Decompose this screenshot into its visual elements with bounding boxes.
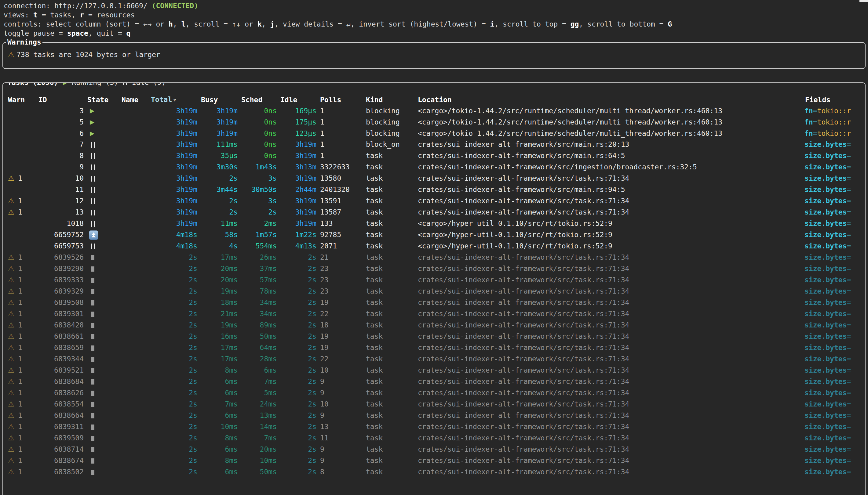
field-feq: = (847, 344, 851, 352)
cell-sched: 5ms (241, 387, 280, 398)
cell-kind: block_on (365, 139, 417, 150)
task-row[interactable]: ⚠1 6838661 2s 16ms 50ms 2s 19 task crate… (7, 331, 864, 342)
task-row[interactable]: 6659752 4m18s 58s 1m57s 1m22s 92785 task… (7, 229, 864, 240)
task-row[interactable]: ⚠1 6839526 2s 17ms 26ms 2s 21 task crate… (7, 252, 864, 263)
task-row[interactable]: 11 3h19m 3m44s 30m50s 2h44m 2401320 task… (7, 184, 864, 195)
duration-value: 2s (308, 366, 316, 374)
cell-state (87, 150, 121, 161)
duration-value: 2s (189, 332, 197, 340)
task-row[interactable]: 7 3h19m 111ms 0ns 3h19m 1 block_on crate… (7, 139, 864, 150)
task-row[interactable]: ⚠1 6839509 2s 8ms 7ms 2s 11 task crates/… (7, 432, 864, 444)
task-row[interactable]: 6 ▶ 3h19m 3h19m 0ns 123µs 1 blocking <ca… (7, 127, 864, 139)
duration-value: 17ms (221, 344, 238, 352)
task-row[interactable]: ⚠1 6838714 2s 6ms 20ms 2s 9 task crates/… (7, 444, 864, 455)
cell-kind: task (365, 161, 417, 173)
cell-state (87, 421, 121, 432)
column-header-sched[interactable]: Sched (241, 94, 280, 105)
column-header-total[interactable]: Total▿ (150, 94, 200, 105)
column-header-location[interactable]: Location (417, 94, 804, 105)
cell-fields: size.bytes= (804, 444, 864, 455)
duration-value: 4m18s (176, 242, 197, 250)
column-header-name[interactable]: Name (121, 94, 150, 105)
column-header-idle[interactable]: Idle (280, 94, 319, 105)
cell-location: crates/sui-indexer-alt-framework/src/tas… (417, 286, 804, 297)
cell-state (87, 297, 121, 308)
duration-value: 2s (189, 355, 197, 363)
cell-fields: fn=tokio::r (804, 105, 864, 117)
column-header-fields[interactable]: Fields (804, 94, 864, 105)
key-binding: q (127, 29, 131, 37)
task-row[interactable]: ⚠1 6838428 2s 19ms 89ms 2s 18 task crate… (7, 320, 864, 331)
task-row[interactable]: ⚠1 6839508 2s 18ms 34ms 2s 19 task crate… (7, 297, 864, 308)
task-row[interactable]: 5 ▶ 3h19m 3h19m 0ns 175µs 1 blocking <ca… (7, 116, 864, 127)
cell-fields: size.bytes= (804, 387, 864, 398)
task-row[interactable]: ⚠1 12 3h19m 2s 3s 3h19m 13591 task crate… (7, 195, 864, 207)
warning-triangle-icon: ⚠ (8, 332, 14, 340)
warning-triangle-icon: ⚠ (8, 434, 14, 442)
cell-task-id: 6838428 (38, 320, 87, 331)
task-row[interactable]: ⚠1 10 3h19m 2s 3s 3h19m 13580 task crate… (7, 173, 864, 184)
duration-value: 28ms (260, 355, 277, 363)
cell-task-id: 6659753 (38, 240, 87, 252)
cell-kind: task (365, 320, 417, 331)
column-header-kind[interactable]: Kind (365, 94, 417, 105)
task-row[interactable]: 8 3h19m 35µs 0ns 3h19m 1 task crates/sui… (7, 150, 864, 161)
column-header-busy[interactable]: Busy (200, 94, 241, 105)
help-text: = resources (84, 11, 135, 19)
fast-forward-up-icon (89, 231, 98, 240)
task-row[interactable]: ⚠1 6838502 2s 6ms 50ms 2s 8 task crates/… (7, 466, 864, 478)
cell-idle: 1m22s (280, 229, 319, 240)
duration-value: 2s (308, 321, 316, 329)
completed-icon (91, 357, 94, 362)
task-row[interactable]: ⚠1 6838674 2s 8ms 10ms 2s 9 task crates/… (7, 455, 864, 466)
cell-kind: task (365, 342, 417, 353)
warning-triangle-icon: ⚠ (8, 174, 14, 182)
duration-value: 3h19m (176, 186, 197, 193)
cell-kind: task (365, 240, 417, 252)
task-row[interactable]: ⚠1 6838684 2s 6ms 7ms 2s 9 task crates/s… (7, 376, 864, 387)
task-row[interactable]: ⚠1 6838554 2s 7ms 24ms 2s 10 task crates… (7, 398, 864, 410)
duration-value: 3h19m (217, 107, 238, 115)
task-row[interactable]: ⚠1 6838626 2s 6ms 5ms 2s 9 task crates/s… (7, 387, 864, 398)
column-header-polls[interactable]: Polls (319, 94, 365, 105)
task-row[interactable]: 9 3h19m 3m30s 1m43s 3h13m 3322633 task c… (7, 161, 864, 173)
column-header-id[interactable]: ID (38, 94, 87, 105)
cell-warn: ⚠1 (7, 342, 38, 353)
task-row[interactable]: 6659753 4m18s 4s 554ms 4m13s 2071 task <… (7, 240, 864, 252)
cell-busy: 8ms (200, 455, 241, 466)
warning-count: 1 (18, 423, 22, 431)
task-row[interactable]: ⚠1 6839333 2s 20ms 57ms 2s 23 task crate… (7, 274, 864, 286)
cell-state (87, 455, 121, 466)
cell-task-id: 8 (38, 150, 87, 161)
paused-icon (91, 210, 95, 216)
cell-task-id: 11 (38, 184, 87, 195)
task-row[interactable]: ⚠1 6839521 2s 8ms 6ms 2s 10 task crates/… (7, 365, 864, 376)
task-row[interactable]: ⚠1 6839329 2s 19ms 78ms 2s 23 task crate… (7, 286, 864, 297)
column-header-warn[interactable]: Warn (7, 94, 38, 105)
cell-idle: 4m13s (280, 240, 319, 252)
cell-task-id: 6838664 (38, 410, 87, 421)
tasks-panel: Tasks (2056) ▶ Running (3) Idle (9) Warn… (2, 82, 866, 495)
duration-value: 3h13m (295, 163, 316, 171)
column-header-state[interactable]: State (87, 94, 121, 105)
cell-busy: 58s (200, 229, 241, 240)
help-text: = tasks, (37, 11, 80, 19)
task-row[interactable]: ⚠1 6839290 2s 20ms 37ms 2s 23 task crate… (7, 263, 864, 274)
cell-total: 3h19m (150, 207, 200, 218)
warning-triangle-icon: ⚠ (8, 208, 14, 216)
warning-count: 1 (18, 287, 22, 295)
table-rows: 3 ▶ 3h19m 3h19m 0ns 169µs 1 blocking <ca… (7, 105, 864, 478)
cell-warn: ⚠1 (7, 320, 38, 331)
task-row[interactable]: ⚠1 6839344 2s 17ms 28ms 2s 22 task crate… (7, 353, 864, 365)
task-row[interactable]: ⚠1 13 3h19m 2s 2s 3h19m 13587 task crate… (7, 207, 864, 218)
cell-location: crates/sui-indexer-alt-framework/src/tas… (417, 398, 804, 410)
task-row[interactable]: ⚠1 6839311 2s 10ms 14ms 2s 13 task crate… (7, 421, 864, 432)
task-row[interactable]: ⚠1 6838664 2s 6ms 13ms 2s 9 task crates/… (7, 410, 864, 421)
cell-idle: 2s (280, 297, 319, 308)
task-row[interactable]: 3 ▶ 3h19m 3h19m 0ns 169µs 1 blocking <ca… (7, 105, 864, 116)
cell-location: crates/sui-indexer-alt-framework/src/tas… (417, 365, 804, 376)
task-row[interactable]: 1018 3h19m 11ms 2ms 3h19m 133 task <carg… (7, 218, 864, 229)
cell-total: 3h19m (150, 161, 200, 173)
task-row[interactable]: ⚠1 6838659 2s 17ms 64ms 2s 19 task crate… (7, 342, 864, 353)
task-row[interactable]: ⚠1 6839301 2s 21ms 34ms 2s 22 task crate… (7, 308, 864, 320)
